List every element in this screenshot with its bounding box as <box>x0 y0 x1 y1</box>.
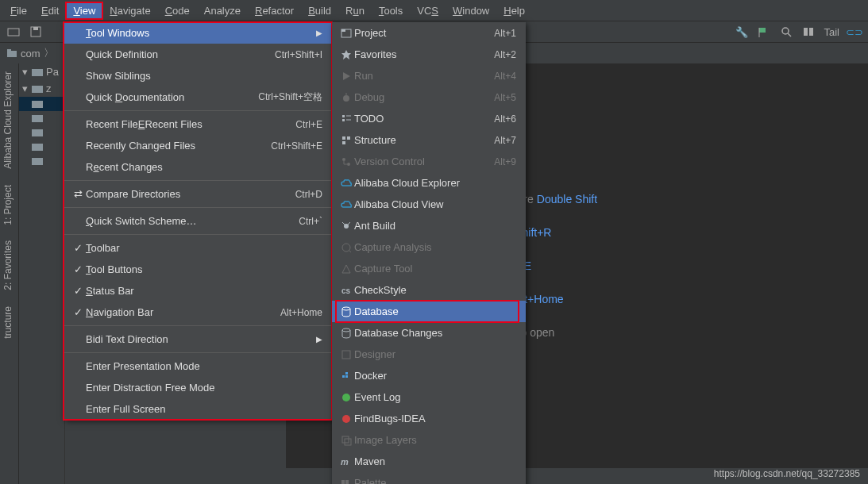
left-tool-2[interactable]: 2: Favorites <box>0 232 16 298</box>
left-tool-strip: Alibaba Cloud Explorer1: Project2: Favor… <box>0 63 19 484</box>
view-menu-item[interactable]: Quick DefinitionCtrl+Shift+I <box>64 44 332 65</box>
menu-navigate[interactable]: Navigate <box>102 2 157 19</box>
view-menu-item[interactable]: ✓Tool Buttons <box>64 259 332 280</box>
svg-rect-3 <box>759 28 766 33</box>
left-tool-1[interactable]: 1: Project <box>0 177 16 233</box>
svg-rect-30 <box>342 141 345 144</box>
tool-window-docker[interactable]: Docker <box>332 365 526 386</box>
view-menu-item[interactable]: ✓Status Bar <box>64 280 332 302</box>
view-menu-item[interactable]: Quick DocumentationCtrl+Shift+空格 <box>64 86 332 108</box>
svg-rect-28 <box>342 136 345 140</box>
tool-window-findbugs-idea[interactable]: FindBugs-IDEA <box>332 408 526 429</box>
tool-window-version-control[interactable]: Version ControlAlt+9 <box>332 151 526 172</box>
cs-icon: cs <box>338 284 354 297</box>
tool-window-capture-analysis[interactable]: Capture Analysis <box>332 236 526 258</box>
svg-line-6 <box>788 33 791 36</box>
link-icon[interactable]: ⊂⊃ <box>847 25 862 39</box>
view-menu-item[interactable]: Quick Switch Scheme…Ctrl+` <box>64 210 332 232</box>
svg-rect-25 <box>342 119 345 121</box>
tool-windows-submenu: ProjectAlt+1FavoritesAlt+2RunAlt+4DebugA… <box>332 22 526 484</box>
left-tool-3[interactable]: tructure <box>0 298 16 347</box>
tool-window-palette[interactable]: Palette <box>332 472 526 484</box>
folder-icon <box>6 48 17 59</box>
breadcrumb-item[interactable]: com <box>21 48 41 60</box>
tool-window-ant-build[interactable]: Ant Build <box>332 215 526 236</box>
tool-window-structure[interactable]: StructureAlt+7 <box>332 129 526 151</box>
menu-run[interactable]: Run <box>338 2 372 19</box>
tail-label[interactable]: Tail <box>824 26 839 38</box>
tool-window-designer[interactable]: Designer <box>332 344 526 365</box>
tool-window-alibaba-cloud-view[interactable]: Alibaba Cloud View <box>332 194 526 215</box>
view-menu-item[interactable]: ✓Navigation BarAlt+Home <box>64 302 332 323</box>
save-icon[interactable] <box>29 25 43 39</box>
svg-line-36 <box>342 222 345 225</box>
tool-window-checkstyle[interactable]: csCheckStyle <box>332 279 526 301</box>
tool-window-database-changes[interactable]: Database Changes <box>332 322 526 344</box>
project-row[interactable]: ▾z <box>19 80 64 97</box>
tool-window-alibaba-cloud-explorer[interactable]: Alibaba Cloud Explorer <box>332 172 526 194</box>
project-row[interactable] <box>19 140 64 154</box>
docker-icon <box>338 370 354 382</box>
open-icon[interactable] <box>6 25 21 39</box>
star-icon <box>338 48 354 61</box>
view-menu-item[interactable]: Enter Presentation Mode <box>64 355 332 377</box>
flag-icon[interactable] <box>757 25 771 39</box>
capturetool-icon <box>338 263 354 275</box>
svg-marker-20 <box>341 50 351 60</box>
menu-build[interactable]: Build <box>301 2 338 19</box>
tool-window-project[interactable]: ProjectAlt+1 <box>332 22 526 44</box>
view-menu-item[interactable]: Enter Full Screen <box>64 398 332 420</box>
svg-point-32 <box>347 163 350 166</box>
tool-window-database[interactable]: Database <box>332 301 526 322</box>
svg-rect-51 <box>345 439 351 445</box>
menu-help[interactable]: Help <box>496 2 532 19</box>
tool-window-todo[interactable]: TODOAlt+6 <box>332 108 526 129</box>
menu-window[interactable]: Window <box>446 2 496 19</box>
view-menu-item[interactable]: ⇄Compare DirectoriesCtrl+D <box>64 183 332 205</box>
menu-tools[interactable]: Tools <box>372 2 410 19</box>
tool-window-maven[interactable]: mMaven <box>332 451 526 472</box>
view-menu-item[interactable]: Show Siblings <box>64 65 332 86</box>
menubar: FileEditViewNavigateCodeAnalyzeRefactorB… <box>0 0 868 21</box>
project-row[interactable]: ▾Pa <box>19 63 64 80</box>
view-menu-item[interactable]: Recent Changes <box>64 156 332 178</box>
project-panel: ▾Pa▾z <box>19 63 65 484</box>
menu-code[interactable]: Code <box>158 2 197 19</box>
svg-rect-7 <box>804 28 808 36</box>
svg-point-5 <box>782 28 789 34</box>
svg-rect-2 <box>33 27 38 30</box>
svg-rect-12 <box>32 86 43 93</box>
view-menu-item[interactable]: Tool Windows▶ <box>64 22 332 44</box>
menu-vcs[interactable]: VCS <box>410 2 446 19</box>
tool-window-favorites[interactable]: FavoritesAlt+2 <box>332 44 526 65</box>
menu-analyze[interactable]: Analyze <box>197 2 248 19</box>
wrench-icon[interactable]: 🔧 <box>735 25 749 39</box>
view-menu-item[interactable]: ✓Toolbar <box>64 237 332 259</box>
project-row[interactable] <box>19 111 64 125</box>
menu-refactor[interactable]: Refactor <box>248 2 301 19</box>
project-row[interactable] <box>19 97 64 111</box>
svg-point-31 <box>342 158 345 161</box>
tool-window-image-layers[interactable]: Image Layers <box>332 429 526 451</box>
view-menu-item[interactable]: Recently Changed FilesCtrl+Shift+E <box>64 135 332 156</box>
menu-edit[interactable]: Edit <box>34 2 66 19</box>
tool-window-capture-tool[interactable]: Capture Tool <box>332 258 526 279</box>
view-menu-item[interactable]: Recent FileERecent FilesCtrl+E <box>64 113 332 135</box>
menu-view[interactable]: View <box>66 2 102 19</box>
tool-window-run[interactable]: RunAlt+4 <box>332 65 526 86</box>
tool-window-debug[interactable]: DebugAlt+5 <box>332 86 526 108</box>
svg-rect-54 <box>345 480 349 485</box>
svg-text:m: m <box>341 457 349 467</box>
tool-window-event-log[interactable]: Event Log <box>332 386 526 408</box>
view-menu-item[interactable]: Bidi Text Direction▶ <box>64 328 332 350</box>
project-row[interactable] <box>19 125 64 140</box>
svg-line-39 <box>349 250 351 252</box>
left-tool-0[interactable]: Alibaba Cloud Explorer <box>0 63 16 177</box>
menu-file[interactable]: File <box>3 2 34 19</box>
project-row[interactable] <box>19 154 64 168</box>
svg-rect-50 <box>342 436 349 443</box>
stack-icon[interactable] <box>801 25 816 39</box>
view-menu-item[interactable]: Enter Distraction Free Mode <box>64 377 332 398</box>
svg-point-49 <box>342 415 350 423</box>
search-icon[interactable] <box>779 25 793 39</box>
